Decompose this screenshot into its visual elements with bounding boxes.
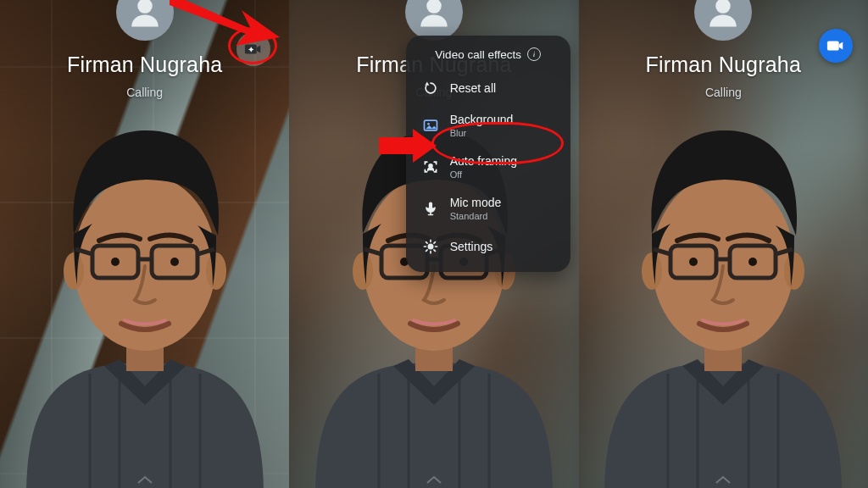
nav-indicator bbox=[424, 474, 444, 486]
screenshot-step-3: Firman Nugraha Calling bbox=[579, 0, 868, 488]
reset-all-label: Reset all bbox=[450, 81, 496, 96]
background-label: Background bbox=[450, 113, 514, 127]
contact-avatar bbox=[405, 0, 463, 41]
video-effects-panel-title: Video call effects i bbox=[411, 46, 565, 71]
mic-mode-option[interactable]: Mic mode Standard bbox=[411, 188, 565, 230]
call-status: Calling bbox=[126, 86, 163, 99]
nav-indicator bbox=[135, 474, 155, 486]
call-status: Calling bbox=[705, 86, 742, 99]
contact-avatar bbox=[694, 0, 752, 41]
contact-name: Firman Nugraha bbox=[646, 53, 801, 77]
contact-avatar bbox=[116, 0, 174, 41]
person-icon bbox=[127, 0, 163, 30]
auto-framing-label: Auto framing bbox=[450, 154, 517, 169]
auto-framing-option[interactable]: Auto framing Off bbox=[411, 147, 565, 188]
background-option[interactable]: Background Blur bbox=[411, 105, 565, 147]
svg-marker-10 bbox=[425, 82, 429, 86]
svg-point-15 bbox=[428, 244, 432, 248]
svg-point-12 bbox=[427, 123, 430, 125]
video-effects-icon bbox=[826, 36, 845, 55]
settings-label: Settings bbox=[450, 240, 493, 254]
gear-icon bbox=[421, 237, 440, 256]
auto-framing-value: Off bbox=[450, 169, 517, 180]
info-icon[interactable]: i bbox=[527, 47, 541, 61]
reset-icon bbox=[421, 79, 440, 97]
person-icon bbox=[705, 0, 741, 30]
video-effects-icon bbox=[244, 40, 263, 58]
person-icon bbox=[416, 0, 452, 30]
tutorial-three-panel: Firman Nugraha Calling Firman Nugraha bbox=[0, 0, 868, 488]
mic-mode-value: Standard bbox=[450, 211, 502, 222]
svg-point-13 bbox=[429, 164, 432, 168]
video-effects-button[interactable] bbox=[819, 29, 853, 63]
video-effects-panel-title-text: Video call effects bbox=[435, 48, 521, 61]
image-icon bbox=[421, 116, 440, 135]
auto-framing-icon bbox=[421, 158, 440, 176]
video-effects-panel: Video call effects i Reset all Backgroun… bbox=[406, 36, 570, 272]
contact-name: Firman Nugraha bbox=[67, 53, 222, 77]
mic-mode-label: Mic mode bbox=[450, 196, 502, 210]
screenshot-step-2: Firman Nugraha Calling Video call effect… bbox=[289, 0, 578, 488]
settings-option[interactable]: Settings bbox=[411, 230, 565, 263]
nav-indicator bbox=[713, 474, 733, 486]
background-value: Blur bbox=[450, 128, 514, 139]
mic-icon bbox=[421, 199, 440, 218]
screenshot-step-1: Firman Nugraha Calling bbox=[0, 0, 289, 488]
reset-all-option[interactable]: Reset all bbox=[411, 71, 565, 105]
